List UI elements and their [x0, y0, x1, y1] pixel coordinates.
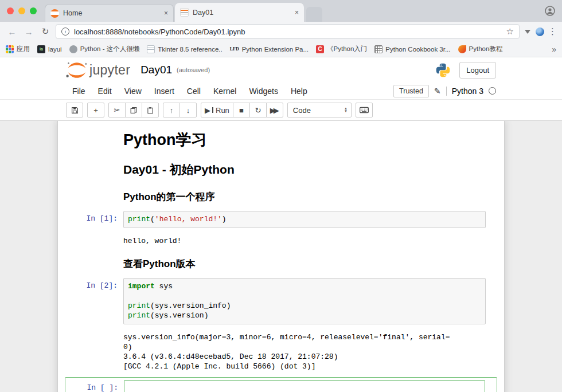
zoom-window-button[interactable] — [30, 7, 37, 14]
bookmark-label: 应用 — [17, 45, 30, 53]
bookmarks-bar: 应用 la layui Python - 这个人很懒 Tkinter 8.5 r… — [0, 41, 562, 57]
bookmark-python-extension[interactable]: LFD Python Extension Pa... — [230, 45, 309, 53]
copy-cells-button[interactable] — [125, 103, 142, 117]
divider — [446, 87, 447, 96]
cell-type-select[interactable]: Code ▲▼ — [287, 103, 352, 117]
close-window-button[interactable] — [7, 7, 14, 14]
stop-icon: ■ — [239, 106, 244, 115]
menu-widgets[interactable]: Widgets — [243, 87, 284, 96]
trusted-badge[interactable]: Trusted — [393, 85, 429, 97]
markdown-cell-version[interactable]: 查看Python版本 — [65, 248, 497, 276]
browser-menu-icon[interactable]: ⋮ — [548, 26, 556, 37]
menu-cell[interactable]: Cell — [181, 87, 207, 96]
input-prompt: In [2]: — [68, 278, 123, 324]
extension-globe-icon[interactable] — [536, 28, 544, 36]
code-input[interactable] — [124, 380, 485, 392]
back-icon[interactable]: ← — [6, 27, 18, 37]
blog-favicon — [69, 45, 77, 53]
bookmark-label: Python Extension Pa... — [242, 46, 309, 53]
command-palette-button[interactable] — [356, 103, 373, 117]
close-tab-icon[interactable]: × — [295, 9, 299, 17]
paste-cells-button[interactable] — [142, 103, 159, 117]
kernel-name: Python 3 — [452, 87, 483, 96]
menu-file[interactable]: File — [66, 87, 92, 96]
minimize-window-button[interactable] — [18, 7, 25, 14]
csdn-favicon: C — [316, 45, 324, 53]
scissors-icon: ✂ — [114, 106, 120, 115]
add-cell-button[interactable]: + — [87, 103, 104, 117]
jupyter-planet-icon — [66, 62, 88, 79]
bookmark-tkinter-reference[interactable]: Tkinter 8.5 reference.. — [147, 45, 223, 53]
markdown-cell-first-program[interactable]: Python的第一个程序 — [65, 182, 497, 209]
heading-first-program: Python的第一个程序 — [123, 191, 486, 203]
code-cell-2[interactable]: In [2]: import sys print(sys.version_inf… — [65, 276, 497, 327]
bookmark-python-intro[interactable]: C 《Python入门 — [316, 45, 367, 53]
menubar: File Edit View Insert Cell Kernel Widget… — [0, 83, 562, 100]
bookmark-label: layui — [48, 46, 62, 53]
jupyter-logo[interactable]: jupyter — [66, 62, 130, 79]
markdown-cell-day01[interactable]: Day01 - 初始Python — [65, 155, 497, 182]
run-button[interactable]: ▶ Run — [201, 103, 233, 117]
forward-icon[interactable]: → — [22, 27, 35, 37]
floppy-icon — [71, 107, 79, 114]
markdown-cell-title[interactable]: Python学习 — [65, 127, 497, 155]
edit-mode-pencil-icon: ✎ — [434, 87, 441, 96]
code-input[interactable]: print('hello, world!') — [123, 211, 486, 228]
output-prompt — [68, 329, 123, 371]
menu-view[interactable]: View — [118, 87, 148, 96]
input-prompt — [68, 250, 123, 273]
heading-day01: Day01 - 初始Python — [123, 163, 486, 177]
address-bar[interactable]: i localhost:8888/notebooks/PythonCode/Da… — [56, 24, 520, 39]
close-tab-icon[interactable]: × — [164, 9, 168, 17]
restart-kernel-button[interactable]: ↻ — [249, 103, 267, 117]
toolbar: + ✂ — [0, 100, 562, 121]
jupyter-header: jupyter Day01 (autosaved) Logout — [0, 57, 562, 83]
menu-help[interactable]: Help — [284, 87, 314, 96]
copy-icon — [130, 107, 137, 114]
tab-strip: Home × Day01 × — [0, 0, 562, 22]
bookmark-label: Python教程 — [469, 45, 503, 53]
interrupt-kernel-button[interactable]: ■ — [233, 103, 250, 117]
step-forward-icon: ▶ — [205, 106, 210, 115]
restart-icon: ↻ — [255, 106, 261, 115]
move-cell-up-button[interactable]: ↑ — [163, 103, 180, 117]
book-favicon — [374, 45, 383, 53]
tab-title: Home — [63, 9, 160, 17]
download-arrow-icon[interactable] — [525, 30, 530, 34]
bookmark-star-icon[interactable]: ☆ — [506, 26, 514, 37]
output-cell-1: hello, world! — [65, 230, 497, 248]
keyboard-icon — [360, 107, 369, 113]
select-arrows-icon: ▲▼ — [344, 107, 348, 113]
bookmark-python-blog[interactable]: Python - 这个人很懒 — [69, 45, 140, 53]
code-cell-empty-selected[interactable]: In [ ]: — [65, 377, 497, 392]
browser-window: Home × Day01 × ← → ↻ i localhost:8888/no… — [0, 0, 562, 392]
bookmark-python-tutorial[interactable]: Python教程 — [458, 45, 503, 53]
restart-run-all-button[interactable]: ▶▶ — [266, 103, 283, 117]
profile-icon[interactable] — [545, 6, 555, 18]
menu-insert[interactable]: Insert — [148, 87, 181, 96]
arrow-down-icon: ↓ — [186, 106, 190, 115]
plus-icon: + — [93, 106, 98, 115]
code-input[interactable]: import sys print(sys.version_info)print(… — [123, 278, 486, 324]
clipboard-icon — [147, 107, 154, 114]
new-tab-button[interactable] — [306, 7, 322, 22]
browser-tab-home[interactable]: Home × — [45, 4, 174, 22]
cut-cells-button[interactable]: ✂ — [108, 103, 126, 117]
output-text: sys.version_info(major=3, minor=6, micro… — [123, 329, 486, 371]
bookmark-python-cookbook[interactable]: Python Cookbook 3r... — [374, 45, 450, 53]
code-cell-1[interactable]: In [1]: print('hello, world!') — [65, 209, 497, 230]
menu-kernel[interactable]: Kernel — [207, 87, 243, 96]
bookmark-layui[interactable]: la layui — [37, 45, 62, 53]
reload-icon[interactable]: ↻ — [39, 26, 52, 37]
site-info-icon[interactable]: i — [61, 28, 69, 36]
notebook-title[interactable]: Day01 — [140, 64, 172, 76]
menu-edit[interactable]: Edit — [92, 87, 118, 96]
input-prompt — [68, 157, 123, 180]
save-button[interactable] — [66, 103, 83, 117]
bookmark-apps[interactable]: 应用 — [6, 45, 30, 53]
move-cell-down-button[interactable]: ↓ — [179, 103, 197, 117]
bookmarks-overflow-icon[interactable]: » — [552, 45, 556, 54]
logout-button[interactable]: Logout — [459, 62, 496, 79]
browser-tab-day01[interactable]: Day01 × — [175, 3, 304, 22]
input-prompt: In [ ]: — [69, 380, 124, 392]
